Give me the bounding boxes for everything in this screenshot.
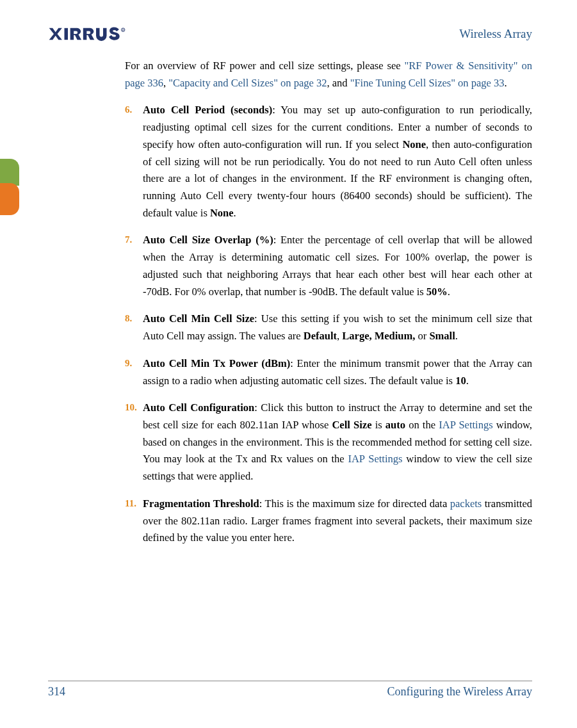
brand-logo: R: [48, 27, 144, 41]
page-header: R Wireless Array: [48, 27, 532, 41]
side-tab-marker: [0, 159, 19, 215]
list-item-number: 9.: [125, 355, 132, 371]
footer-section-title: Configuring the Wireless Array: [387, 685, 532, 699]
list-item-number: 8.: [125, 311, 132, 326]
svg-rect-1: [65, 28, 69, 40]
intro-prefix: For an overview of RF power and cell siz…: [125, 60, 404, 72]
list-item-number: 7.: [125, 232, 132, 247]
list-item-number: 10.: [125, 400, 137, 415]
list-item-body: Auto Cell Configuration: Click this butt…: [143, 401, 532, 482]
list-item-body: Auto Cell Period (seconds): You may set …: [143, 104, 532, 218]
header-title: Wireless Array: [459, 27, 532, 41]
document-content: For an overview of RF power and cell siz…: [125, 58, 532, 547]
list-item-number: 6.: [125, 102, 132, 117]
list-item-body: Auto Cell Size Overlap (%): Enter the pe…: [143, 234, 532, 297]
list-item-number: 11.: [125, 496, 136, 511]
list-item-body: Fragmentation Threshold: This is the max…: [143, 497, 532, 544]
list-item-body: Auto Cell Min Cell Size: Use this settin…: [143, 312, 532, 342]
xirrus-logo-icon: R: [48, 27, 144, 41]
intro-paragraph: For an overview of RF power and cell siz…: [125, 58, 532, 92]
side-tab-orange: [0, 183, 19, 215]
list-item: 8.Auto Cell Min Cell Size: Use this sett…: [125, 311, 532, 344]
svg-text:R: R: [122, 29, 125, 32]
intro-sep2: , and: [327, 77, 350, 89]
intro-suffix: .: [504, 77, 507, 89]
link-fine-tuning[interactable]: "Fine Tuning Cell Sizes" on page 33: [350, 77, 505, 89]
page-footer: 314 Configuring the Wireless Array: [48, 681, 532, 699]
list-item: 11.Fragmentation Threshold: This is the …: [125, 496, 532, 547]
link-capacity-cell-sizes[interactable]: "Capacity and Cell Sizes" on page 32: [168, 77, 327, 89]
list-item: 10.Auto Cell Configuration: Click this b…: [125, 400, 532, 485]
list-item: 7.Auto Cell Size Overlap (%): Enter the …: [125, 232, 532, 300]
list-item-body: Auto Cell Min Tx Power (dBm): Enter the …: [143, 357, 532, 387]
side-tab-green: [0, 159, 19, 186]
page-number: 314: [48, 685, 65, 699]
svg-marker-0: [49, 28, 62, 40]
list-item: 9.Auto Cell Min Tx Power (dBm): Enter th…: [125, 355, 532, 389]
list-item: 6.Auto Cell Period (seconds): You may se…: [125, 102, 532, 222]
